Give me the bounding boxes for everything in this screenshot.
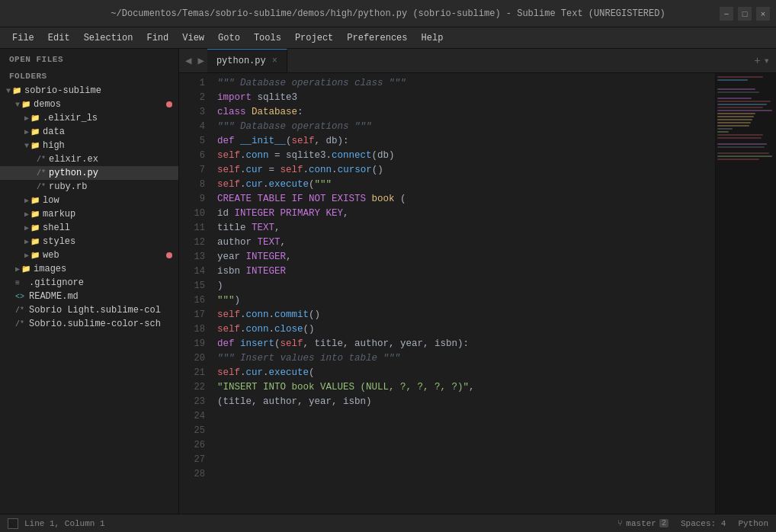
tree-item-readme[interactable]: <> README.md <box>0 290 178 303</box>
folder-icon-web: 📁 <box>30 251 40 260</box>
code-editor[interactable]: """ Database operations class """ import… <box>211 73 715 514</box>
tree-item-sobrio-color[interactable]: /* Sobrio.sublime-color-sch <box>0 317 178 331</box>
chevron-right-icon-elixirls: ▶ <box>24 114 29 123</box>
close-button[interactable]: × <box>756 7 770 21</box>
main-area: OPEN FILES FOLDERS ▼ 📁 sobrio-sublime ▼ … <box>0 49 776 514</box>
tree-item-styles[interactable]: ▶ 📁 styles <box>0 235 178 248</box>
folder-icon-data: 📁 <box>30 127 40 136</box>
folder-icon-high: 📁 <box>30 141 40 150</box>
chevron-right-icon-markup: ▶ <box>24 210 29 219</box>
new-tab-icon[interactable]: + <box>754 55 760 67</box>
minimap <box>715 73 776 514</box>
statusbar-syntax[interactable]: Python <box>738 519 768 528</box>
tree-item-ruby-rb[interactable]: /* ruby.rb <box>0 180 178 194</box>
tree-item-elixir-ls[interactable]: ▶ 📁 .elixir_ls <box>0 111 178 125</box>
tree-item-gitignore[interactable]: ≡ .gitignore <box>0 276 178 290</box>
tab-python-py[interactable]: python.py × <box>207 49 287 72</box>
tree-item-sobrio-light[interactable]: /* Sobrio Light.sublime-col <box>0 303 178 317</box>
menu-view[interactable]: View <box>176 30 210 46</box>
tree-item-low[interactable]: ▶ 📁 low <box>0 194 178 207</box>
chevron-right-icon-web: ▶ <box>24 251 29 260</box>
chevron-right-icon-styles: ▶ <box>24 237 29 246</box>
tree-item-demos[interactable]: ▼ 📁 demos <box>0 98 178 111</box>
file-marker-sobrio-light: /* <box>15 306 26 315</box>
branch-count: 2 <box>659 519 669 527</box>
statusbar-left: Line 1, Column 1 <box>8 518 105 529</box>
tab-close-button[interactable]: × <box>272 56 277 66</box>
file-marker-readme: <> <box>15 293 26 301</box>
menu-edit[interactable]: Edit <box>42 30 76 46</box>
folders-label: FOLDERS <box>0 67 178 84</box>
tab-nav-left[interactable]: ◀ <box>182 49 194 72</box>
menu-file[interactable]: File <box>6 30 40 46</box>
statusbar-right: ⑂ master 2 Spaces: 4 Python <box>617 519 768 528</box>
file-marker-elixir: /* <box>37 155 46 164</box>
menu-find[interactable]: Find <box>140 30 175 46</box>
sidebar: OPEN FILES FOLDERS ▼ 📁 sobrio-sublime ▼ … <box>0 49 179 514</box>
folder-icon-markup: 📁 <box>30 210 40 219</box>
chevron-down-icon-demos: ▼ <box>15 101 20 109</box>
statusbar-line-col: Line 1, Column 1 <box>24 519 105 528</box>
folder-icon-images: 📁 <box>21 264 30 274</box>
folder-icon-shell: 📁 <box>30 223 40 232</box>
modified-dot-web <box>166 252 172 258</box>
titlebar: ~/Documentos/Temas/sobrio-sublime/demos/… <box>0 0 776 27</box>
folder-icon-low: 📁 <box>30 196 40 205</box>
tab-dropdown-icon[interactable]: ▾ <box>764 54 770 67</box>
chevron-down-icon: ▼ <box>6 87 11 95</box>
file-marker-ruby: /* <box>37 183 46 191</box>
menubar: File Edit Selection Find View Goto Tools… <box>0 27 776 49</box>
folder-icon-elixirls: 📁 <box>30 114 40 123</box>
tab-actions: + ▾ <box>748 49 776 72</box>
file-tree[interactable]: ▼ 📁 sobrio-sublime ▼ 📁 demos ▶ 📁 .elixir… <box>0 84 178 514</box>
tree-item-sobrio-sublime[interactable]: ▼ 📁 sobrio-sublime <box>0 84 178 98</box>
chevron-right-icon-images: ▶ <box>15 264 20 274</box>
chevron-right-icon-low: ▶ <box>24 196 29 205</box>
menu-tools[interactable]: Tools <box>248 30 287 46</box>
code-area: 12345 678910 1112131415 1617181920 21222… <box>179 73 776 514</box>
menu-goto[interactable]: Goto <box>212 30 246 46</box>
file-marker-gitignore: ≡ <box>15 279 26 287</box>
menu-preferences[interactable]: Preferences <box>341 30 413 46</box>
titlebar-controls: − □ × <box>720 7 770 21</box>
titlebar-title: ~/Documentos/Temas/sobrio-sublime/demos/… <box>111 8 665 19</box>
tree-item-images[interactable]: ▶ 📁 images <box>0 262 178 276</box>
statusbar: Line 1, Column 1 ⑂ master 2 Spaces: 4 Py… <box>0 514 776 532</box>
tree-item-high[interactable]: ▼ 📁 high <box>0 139 178 152</box>
tree-item-elixir-ex[interactable]: /* elixir.ex <box>0 152 178 166</box>
tab-bar: ◀ ▶ python.py × + ▾ <box>179 49 776 73</box>
statusbar-branch[interactable]: ⑂ master 2 <box>617 519 669 528</box>
tree-item-python-py[interactable]: /* python.py <box>0 166 178 180</box>
modified-dot-demos <box>166 101 172 107</box>
minimap-content <box>716 73 776 165</box>
folder-icon-demos: 📁 <box>21 100 30 109</box>
tree-item-web[interactable]: ▶ 📁 web <box>0 248 178 262</box>
folder-icon: 📁 <box>12 86 21 95</box>
folder-icon-styles: 📁 <box>30 237 40 246</box>
statusbar-spaces[interactable]: Spaces: 4 <box>681 519 726 528</box>
chevron-right-icon-shell: ▶ <box>24 223 29 232</box>
menu-help[interactable]: Help <box>415 30 450 46</box>
tab-nav-right[interactable]: ▶ <box>194 49 207 72</box>
branch-icon: ⑂ <box>617 519 623 528</box>
statusbar-checkbox[interactable] <box>8 518 18 529</box>
menu-project[interactable]: Project <box>289 30 339 46</box>
chevron-right-icon-data: ▶ <box>24 127 29 136</box>
tree-item-markup[interactable]: ▶ 📁 markup <box>0 207 178 221</box>
tree-item-data[interactable]: ▶ 📁 data <box>0 125 178 139</box>
file-marker-sobrio-color: /* <box>15 320 26 328</box>
open-files-label: OPEN FILES <box>0 49 178 67</box>
maximize-button[interactable]: □ <box>738 7 752 21</box>
tab-label: python.py <box>216 56 266 66</box>
tree-item-shell[interactable]: ▶ 📁 shell <box>0 221 178 235</box>
file-marker-python: /* <box>37 169 46 178</box>
minimize-button[interactable]: − <box>720 7 733 21</box>
editor-area: ◀ ▶ python.py × + ▾ 12345 678910 1112131… <box>179 49 776 514</box>
menu-selection[interactable]: Selection <box>78 30 139 46</box>
chevron-down-icon-high: ▼ <box>24 142 29 150</box>
line-numbers: 12345 678910 1112131415 1617181920 21222… <box>179 73 211 514</box>
branch-name: master <box>626 519 656 528</box>
